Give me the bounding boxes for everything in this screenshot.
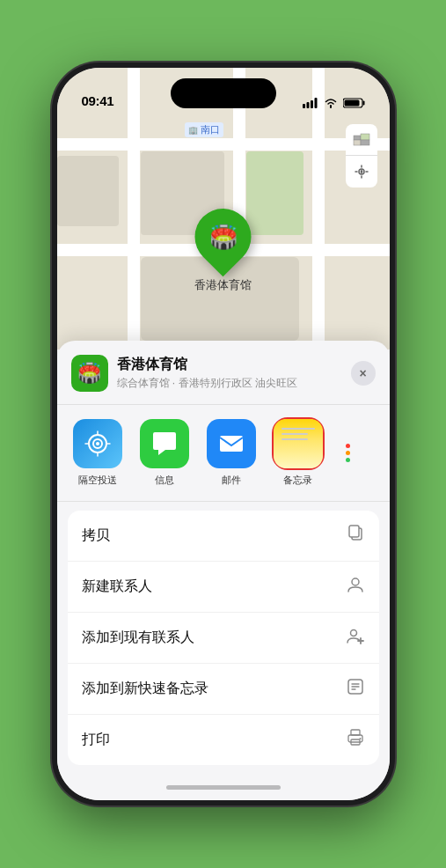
- svg-point-14: [96, 442, 99, 445]
- svg-rect-6: [344, 100, 359, 107]
- compass-icon: [354, 164, 369, 180]
- notes-icon: [274, 419, 323, 468]
- location-venue-icon: 🏟️: [71, 355, 108, 392]
- map-controls[interactable]: [346, 124, 377, 188]
- messages-icon: [140, 419, 189, 468]
- home-bar: [166, 785, 281, 790]
- copy-icon: [346, 524, 365, 548]
- map-block-left: [57, 156, 119, 226]
- svg-rect-0: [303, 104, 305, 108]
- svg-point-18: [352, 578, 359, 585]
- svg-rect-10: [361, 140, 369, 145]
- action-copy-label: 拷贝: [82, 526, 110, 545]
- action-add-existing[interactable]: 添加到现有联系人: [68, 613, 379, 664]
- map-label: 🏢 南口: [185, 122, 223, 137]
- messages-symbol: [150, 429, 179, 459]
- wifi-icon: [324, 98, 338, 108]
- person-add-icon: [346, 626, 365, 650]
- dot-green: [346, 458, 350, 462]
- share-app-mail[interactable]: 邮件: [201, 419, 261, 487]
- svg-rect-2: [311, 100, 313, 108]
- location-subtitle: 综合体育馆 · 香港特别行政区 油尖旺区: [117, 376, 351, 391]
- svg-rect-15: [220, 436, 243, 452]
- status-icons: [303, 98, 365, 108]
- note-icon: [346, 677, 365, 701]
- action-add-existing-label: 添加到现有联系人: [82, 629, 194, 647]
- mail-label: 邮件: [222, 474, 241, 487]
- svg-rect-9: [354, 140, 361, 145]
- battery-icon: [343, 98, 365, 108]
- airdrop-symbol: [84, 430, 112, 458]
- signal-icon: [303, 98, 318, 108]
- pin-icon: 🏟️: [209, 224, 238, 251]
- close-button[interactable]: ×: [351, 361, 376, 386]
- phone-screen: 09:41: [57, 68, 390, 800]
- svg-rect-5: [362, 101, 364, 106]
- notes-line-3: [281, 438, 308, 440]
- map-type-icon: [353, 131, 370, 149]
- share-app-messages[interactable]: 信息: [135, 419, 194, 487]
- dot-red: [346, 444, 350, 448]
- share-apps-row: 隔空投送 信息: [57, 405, 390, 502]
- location-info: 香港体育馆 综合体育馆 · 香港特别行政区 油尖旺区: [117, 356, 351, 391]
- map-type-button[interactable]: [346, 124, 377, 156]
- airdrop-label: 隔空投送: [78, 474, 117, 487]
- dynamic-island: [171, 78, 276, 108]
- location-name: 香港体育馆: [117, 356, 351, 374]
- airdrop-icon: [73, 419, 122, 468]
- notes-line-2: [281, 433, 308, 435]
- location-header: 🏟️ 香港体育馆 综合体育馆 · 香港特别行政区 油尖旺区 ×: [57, 355, 390, 405]
- action-list: 拷贝 新建联系人: [68, 511, 379, 765]
- phone-frame: 09:41: [52, 63, 395, 805]
- more-dots-icon: [346, 444, 350, 462]
- notes-line-1: [281, 428, 315, 430]
- person-icon: [346, 575, 365, 599]
- notes-label: 备忘录: [283, 474, 312, 487]
- share-more-button[interactable]: [335, 419, 362, 487]
- pin-marker: 🏟️: [183, 197, 263, 277]
- mail-icon: [207, 419, 256, 468]
- action-new-contact[interactable]: 新建联系人: [68, 562, 379, 613]
- dot-orange: [346, 451, 350, 455]
- svg-rect-1: [306, 102, 309, 108]
- messages-label: 信息: [155, 474, 174, 487]
- map-block-2: [246, 151, 303, 235]
- notes-lines-container: [281, 428, 315, 440]
- bottom-sheet: 🏟️ 香港体育馆 综合体育馆 · 香港特别行政区 油尖旺区 ×: [57, 341, 390, 800]
- map-label-text: 南口: [201, 124, 220, 135]
- action-quick-note-label: 添加到新快速备忘录: [82, 680, 208, 698]
- pin-label: 香港体育馆: [194, 277, 252, 293]
- action-print[interactable]: 打印: [68, 715, 379, 765]
- home-indicator: [57, 774, 390, 800]
- svg-rect-21: [351, 730, 360, 735]
- action-print-label: 打印: [82, 731, 110, 749]
- svg-rect-3: [314, 98, 317, 108]
- svg-rect-8: [361, 134, 369, 140]
- location-button[interactable]: [346, 156, 377, 188]
- share-app-airdrop[interactable]: 隔空投送: [68, 419, 128, 487]
- map-road-h1: [57, 138, 390, 151]
- status-time: 09:41: [82, 93, 114, 108]
- svg-rect-17: [349, 526, 359, 537]
- svg-point-24: [359, 738, 361, 739]
- svg-rect-7: [354, 136, 361, 140]
- location-pin: 🏟️ 香港体育馆: [194, 209, 252, 293]
- mail-symbol: [216, 429, 246, 459]
- svg-point-19: [350, 630, 356, 636]
- map-label-icon: 🏢: [188, 126, 198, 135]
- share-app-notes[interactable]: 备忘录: [268, 419, 328, 487]
- action-quick-note[interactable]: 添加到新快速备忘录: [68, 664, 379, 715]
- print-icon: [346, 728, 365, 752]
- action-new-contact-label: 新建联系人: [82, 577, 152, 596]
- action-copy[interactable]: 拷贝: [68, 511, 379, 562]
